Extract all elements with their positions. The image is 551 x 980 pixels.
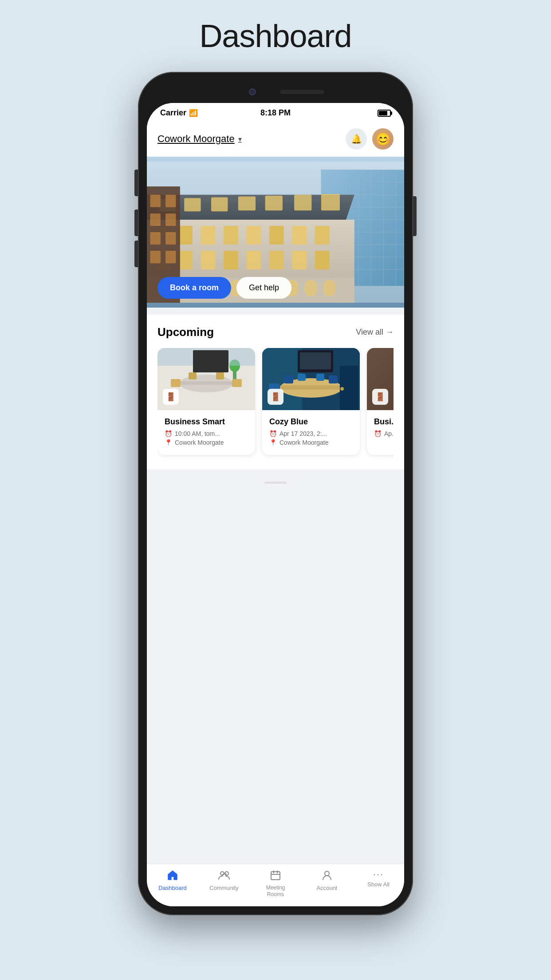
- card-door-icon-2: 🚪: [268, 389, 283, 405]
- pin-icon-1: 📍: [165, 439, 172, 446]
- svg-rect-51: [323, 280, 336, 296]
- avatar[interactable]: 😊: [372, 128, 394, 150]
- card-image-1: 🚪: [157, 348, 255, 410]
- svg-rect-26: [178, 226, 193, 245]
- tab-account[interactable]: Account: [301, 869, 353, 897]
- tab-meeting-rooms-label: MeetingRooms: [266, 885, 285, 897]
- view-all-button[interactable]: View all →: [356, 328, 394, 337]
- svg-rect-54: [165, 195, 176, 207]
- card-time-text-1: 10:00 AM, tom...: [175, 430, 220, 437]
- status-right: [378, 110, 391, 117]
- hero-buttons: Book a room Get help: [157, 277, 291, 299]
- card-door-icon-3: 🚪: [372, 389, 388, 405]
- wifi-icon: 📶: [189, 109, 198, 117]
- avatar-image: 😊: [375, 132, 391, 146]
- svg-rect-82: [316, 374, 324, 381]
- svg-rect-39: [292, 251, 307, 269]
- svg-rect-56: [165, 213, 176, 226]
- battery-indicator: [378, 110, 391, 117]
- clock-icon-2: ⏰: [269, 430, 277, 437]
- card-body-3: Busi... ⏰ Ap...: [367, 410, 394, 446]
- app-header: Cowork Moorgate ▾ 🔔 😊: [147, 121, 404, 157]
- phone-shell: Carrier 📶 8:18 PM Cowork Moorgate ▾: [138, 72, 413, 915]
- card-location-text-1: Cowork Moorgate: [175, 439, 224, 446]
- svg-rect-22: [265, 196, 283, 211]
- location-selector[interactable]: Cowork Moorgate ▾: [157, 133, 242, 145]
- card-time-2: ⏰ Apr 17 2023, 2:...: [269, 430, 353, 437]
- tab-meeting-rooms[interactable]: MeetingRooms: [250, 869, 301, 897]
- room-card-3[interactable]: 🚪 Busi... ⏰ Ap...: [367, 348, 394, 455]
- card-title-3: Busi...: [374, 417, 394, 427]
- tab-show-all[interactable]: ··· Show All: [353, 869, 404, 897]
- svg-rect-53: [150, 195, 160, 207]
- svg-rect-55: [150, 213, 160, 226]
- svg-rect-50: [304, 280, 317, 296]
- upcoming-section: Upcoming View all →: [147, 315, 404, 469]
- svg-rect-89: [271, 872, 280, 880]
- book-room-button[interactable]: Book a room: [157, 277, 231, 299]
- tab-community-label: Community: [209, 885, 239, 891]
- svg-rect-32: [315, 226, 330, 245]
- tab-dashboard[interactable]: Dashboard: [147, 869, 198, 897]
- notification-button[interactable]: 🔔: [346, 128, 367, 150]
- bell-icon: 🔔: [351, 134, 362, 144]
- page-title: Dashboard: [199, 18, 351, 54]
- card-image-3: 🚪: [367, 348, 394, 410]
- card-location-1: 📍 Cowork Moorgate: [165, 439, 248, 446]
- svg-rect-71: [193, 350, 228, 372]
- dashboard-icon: [167, 869, 178, 883]
- svg-point-86: [340, 387, 344, 391]
- room-card-1[interactable]: 🚪 Business Smart ⏰ 10:00 AM, tom... 📍 Co…: [157, 348, 255, 455]
- svg-rect-64: [171, 379, 181, 387]
- status-bar: Carrier 📶 8:18 PM: [147, 103, 404, 121]
- svg-rect-81: [298, 374, 306, 381]
- phone-top-bar: [147, 81, 404, 103]
- card-time-text-3: Ap...: [384, 430, 394, 437]
- svg-rect-27: [201, 226, 216, 245]
- hero-container: Book a room Get help: [147, 157, 404, 308]
- svg-rect-29: [247, 226, 261, 245]
- svg-rect-67: [216, 372, 224, 379]
- svg-rect-57: [150, 232, 160, 245]
- app-content: Cowork Moorgate ▾ 🔔 😊: [147, 121, 404, 864]
- bottom-spacer: [147, 469, 404, 496]
- svg-rect-35: [201, 251, 216, 269]
- svg-rect-76: [280, 385, 342, 390]
- community-icon: [218, 869, 230, 883]
- speaker: [280, 90, 324, 94]
- svg-rect-19: [184, 198, 201, 211]
- card-door-icon-1: 🚪: [163, 389, 179, 405]
- svg-rect-24: [321, 194, 340, 210]
- card-time-1: ⏰ 10:00 AM, tom...: [165, 430, 248, 437]
- card-body-2: Cozy Blue ⏰ Apr 17 2023, 2:... 📍 Cowork …: [262, 410, 360, 455]
- card-time-3: ⏰ Ap...: [374, 430, 394, 437]
- get-help-button[interactable]: Get help: [236, 277, 291, 299]
- status-time: 8:18 PM: [260, 108, 291, 118]
- account-icon: [321, 869, 333, 883]
- chevron-down-icon: ▾: [238, 135, 242, 143]
- svg-rect-36: [224, 251, 238, 269]
- tab-account-label: Account: [317, 885, 338, 891]
- svg-rect-31: [292, 226, 307, 245]
- tab-community[interactable]: Community: [198, 869, 250, 897]
- card-body-1: Business Smart ⏰ 10:00 AM, tom... 📍 Cowo…: [157, 410, 255, 455]
- card-title-2: Cozy Blue: [269, 417, 353, 427]
- phone-screen: Carrier 📶 8:18 PM Cowork Moorgate ▾: [147, 103, 404, 906]
- card-location-2: 📍 Cowork Moorgate: [269, 439, 353, 446]
- svg-rect-30: [269, 226, 284, 245]
- tab-show-all-label: Show All: [367, 881, 390, 888]
- status-left: Carrier 📶: [160, 108, 198, 118]
- svg-rect-21: [238, 197, 256, 211]
- svg-rect-60: [165, 251, 176, 263]
- scroll-indicator: [264, 482, 287, 484]
- clock-icon-3: ⏰: [374, 430, 382, 437]
- svg-rect-38: [269, 251, 284, 269]
- svg-rect-40: [315, 251, 330, 269]
- cards-row: 🚪 Business Smart ⏰ 10:00 AM, tom... 📍 Co…: [157, 348, 394, 458]
- svg-rect-65: [232, 379, 242, 387]
- room-card-2[interactable]: 🚪 Cozy Blue ⏰ Apr 17 2023, 2:... 📍 Cowor…: [262, 348, 360, 455]
- pin-icon-2: 📍: [269, 439, 277, 446]
- svg-rect-80: [329, 375, 338, 383]
- svg-rect-34: [178, 251, 193, 269]
- svg-rect-20: [211, 197, 228, 211]
